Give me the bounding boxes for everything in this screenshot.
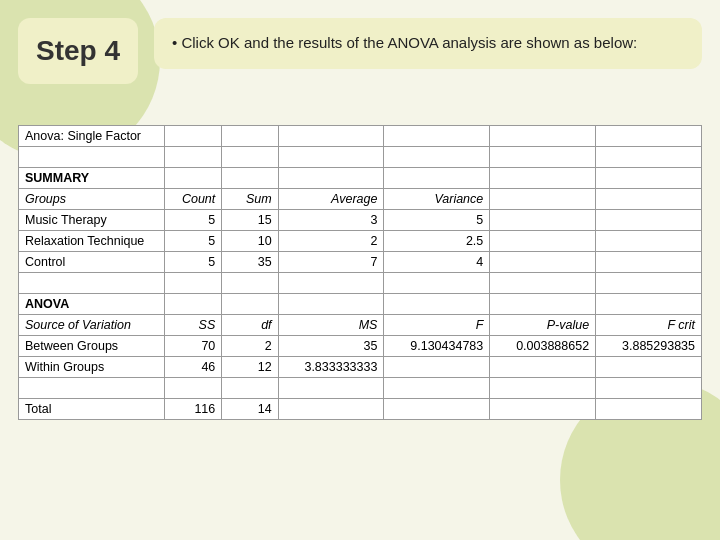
table-row: Between Groups 70 2 35 9.130434783 0.003…	[19, 336, 702, 357]
col-header-sum: Sum	[222, 189, 278, 210]
row-count-control: 5	[164, 252, 222, 273]
anova-col-df: df	[222, 315, 278, 336]
row-df-within: 12	[222, 357, 278, 378]
row-df-total: 14	[222, 399, 278, 420]
table-row: Total 116 14	[19, 399, 702, 420]
row-ms-within: 3.833333333	[278, 357, 384, 378]
row-f-within	[384, 357, 490, 378]
summary-header-row: SUMMARY	[19, 168, 702, 189]
anova-col-headers-row: Source of Variation SS df MS F P-value F…	[19, 315, 702, 336]
row-label-relaxation: Relaxation Technique	[19, 231, 165, 252]
spacer-row-3	[19, 378, 702, 399]
row-variance-music-therapy: 5	[384, 210, 490, 231]
anova-col-ms: MS	[278, 315, 384, 336]
anova-label: ANOVA	[19, 294, 165, 315]
col-header-count: Count	[164, 189, 222, 210]
row-label-between: Between Groups	[19, 336, 165, 357]
anova-col-fcrit: F crit	[596, 315, 702, 336]
anova-col-source: Source of Variation	[19, 315, 165, 336]
anova-col-ss: SS	[164, 315, 222, 336]
row-fcrit-between: 3.885293835	[596, 336, 702, 357]
row-variance-control: 4	[384, 252, 490, 273]
row-label-control: Control	[19, 252, 165, 273]
row-fcrit-total	[596, 399, 702, 420]
table-row: Music Therapy 5 15 3 5	[19, 210, 702, 231]
col-header-variance: Variance	[384, 189, 490, 210]
row-pvalue-total	[490, 399, 596, 420]
row-ms-between: 35	[278, 336, 384, 357]
row-ss-within: 46	[164, 357, 222, 378]
row-label-music-therapy: Music Therapy	[19, 210, 165, 231]
row-ss-between: 70	[164, 336, 222, 357]
row-f-between: 9.130434783	[384, 336, 490, 357]
table-title-row: Anova: Single Factor	[19, 126, 702, 147]
row-label-total: Total	[19, 399, 165, 420]
row-fcrit-within	[596, 357, 702, 378]
row-sum-music-therapy: 15	[222, 210, 278, 231]
row-average-control: 7	[278, 252, 384, 273]
row-sum-control: 35	[222, 252, 278, 273]
row-average-music-therapy: 3	[278, 210, 384, 231]
summary-label: SUMMARY	[19, 168, 165, 189]
row-df-between: 2	[222, 336, 278, 357]
step-label: Step 4	[36, 34, 120, 68]
anova-col-pvalue: P-value	[490, 315, 596, 336]
row-sum-relaxation: 10	[222, 231, 278, 252]
row-ss-total: 116	[164, 399, 222, 420]
table-title-cell: Anova: Single Factor	[19, 126, 165, 147]
content-area: Anova: Single Factor SUMMARY	[18, 125, 702, 530]
instruction-text: Click OK and the results of the ANOVA an…	[181, 34, 637, 51]
row-pvalue-between: 0.003888652	[490, 336, 596, 357]
row-ms-total	[278, 399, 384, 420]
row-pvalue-within	[490, 357, 596, 378]
row-count-relaxation: 5	[164, 231, 222, 252]
spacer-row-2	[19, 273, 702, 294]
table-row: Relaxation Technique 5 10 2 2.5	[19, 231, 702, 252]
table-row: Within Groups 46 12 3.833333333	[19, 357, 702, 378]
anova-header-row: ANOVA	[19, 294, 702, 315]
instruction-box: • Click OK and the results of the ANOVA …	[154, 18, 702, 69]
row-label-within: Within Groups	[19, 357, 165, 378]
spacer-row-1	[19, 147, 702, 168]
col-header-groups: Groups	[19, 189, 165, 210]
col-header-average: Average	[278, 189, 384, 210]
step-box: Step 4	[18, 18, 138, 84]
summary-col-headers-row: Groups Count Sum Average Variance	[19, 189, 702, 210]
anova-table: Anova: Single Factor SUMMARY	[18, 125, 702, 420]
table-row: Control 5 35 7 4	[19, 252, 702, 273]
row-average-relaxation: 2	[278, 231, 384, 252]
row-count-music-therapy: 5	[164, 210, 222, 231]
row-variance-relaxation: 2.5	[384, 231, 490, 252]
anova-col-f: F	[384, 315, 490, 336]
row-f-total	[384, 399, 490, 420]
